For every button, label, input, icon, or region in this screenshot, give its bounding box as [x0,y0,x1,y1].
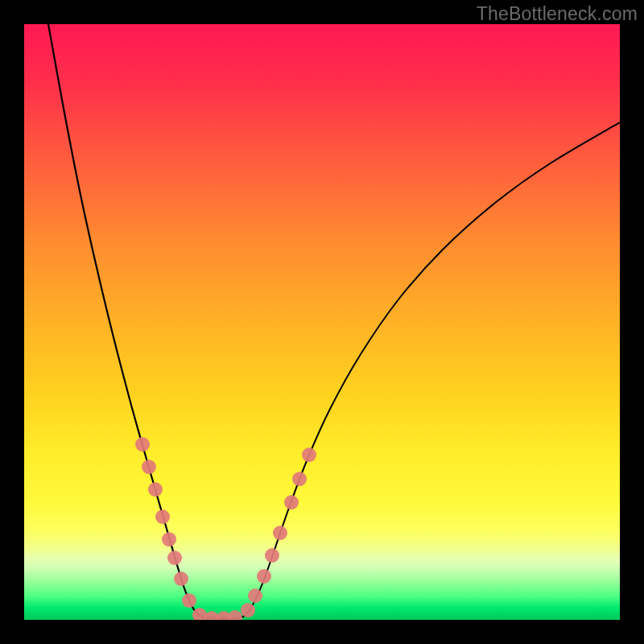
dot-right-dots [241,603,255,617]
dot-left-dots [167,551,182,565]
dot-right-dots [292,472,307,486]
dot-right-dots [273,526,287,540]
plot-area [24,24,620,620]
dot-left-dots [182,593,196,608]
dot-left-dots [174,572,188,586]
watermark-text: TheBottleneck.com [477,3,638,25]
dot-left-dots [228,610,242,620]
dot-left-dots [135,437,150,452]
dot-right-dots [284,495,299,510]
dot-left-dots [148,482,163,497]
dot-left-dots [155,510,170,524]
dot-right-dots [265,548,279,563]
dot-left-dots [162,532,176,547]
dot-right-dots [257,569,271,584]
series-left-arm [48,24,203,617]
frame: TheBottleneck.com [0,0,644,644]
dot-left-dots [142,460,156,474]
series-right-arm [243,122,620,617]
curve-lines [48,24,620,618]
dot-right-dots [248,588,262,603]
curve-dots [135,437,316,620]
dot-right-dots [302,448,316,462]
curve-overlay [24,24,620,620]
